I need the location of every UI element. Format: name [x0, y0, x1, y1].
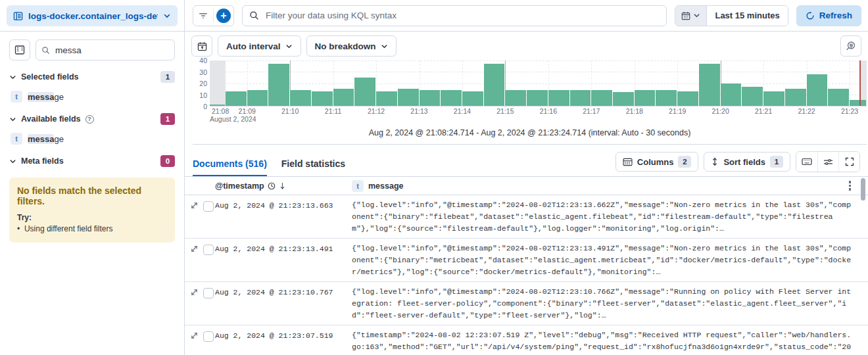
y-axis-tick-label: 40 — [199, 57, 207, 64]
help-icon: ? — [85, 115, 94, 124]
time-range-button[interactable]: Last 15 minutes — [707, 6, 787, 26]
histogram-bar — [441, 90, 462, 106]
field-list-panel-icon — [14, 45, 25, 55]
x-axis-tick-label: 21:12 — [368, 107, 385, 115]
available-fields-accordion[interactable]: Available fields ? 1 — [9, 113, 175, 125]
expand-document-icon[interactable] — [190, 201, 199, 210]
partial-bucket-band — [210, 60, 226, 106]
vertical-scrollbar[interactable] — [861, 178, 865, 201]
field-search: ✕ 0 — [36, 39, 175, 60]
column-header-message[interactable]: t message — [352, 180, 868, 192]
grid-options-kebab-icon[interactable] — [849, 181, 852, 191]
expand-document-icon[interactable] — [190, 331, 199, 340]
x-axis-tick-label: 21:18 — [626, 107, 643, 115]
histogram-bar — [548, 90, 569, 106]
time-quick-select-button[interactable] — [675, 6, 707, 26]
field-search-input[interactable] — [54, 45, 173, 56]
documents-toolbar: Documents (516) Field statistics Columns… — [185, 145, 868, 177]
histogram-x-axis: 21:0821:0921:1021:1121:1221:1321:1421:15… — [210, 106, 867, 115]
histogram-bar — [763, 91, 784, 106]
fullscreen-button[interactable] — [838, 152, 859, 172]
refresh-label: Refresh — [819, 11, 852, 20]
y-axis-tick-label: 20 — [199, 80, 207, 87]
selected-fields-label: Selected fields — [21, 72, 79, 82]
histogram-bar — [807, 74, 828, 106]
field-item-message[interactable]: t message — [11, 133, 175, 145]
filter-icon — [199, 12, 208, 20]
refresh-button[interactable]: Refresh — [796, 5, 861, 26]
histogram-y-axis: 403020100 — [193, 60, 210, 106]
expand-document-icon[interactable] — [190, 245, 199, 253]
histogram-caption: Aug 2, 2024 @ 21:08:24.714 - Aug 2, 2024… — [193, 124, 867, 145]
search-icon — [249, 11, 259, 20]
keyboard-shortcuts-button[interactable] — [796, 152, 817, 172]
selected-fields-count-badge: 1 — [160, 71, 175, 83]
row-controls — [185, 329, 215, 355]
add-filter-button[interactable]: + — [214, 6, 233, 26]
histogram-bar — [333, 89, 354, 106]
columns-button[interactable]: Columns 2 — [615, 152, 699, 172]
interval-select-button[interactable]: Auto interval — [218, 36, 301, 57]
histogram-bar — [677, 91, 698, 106]
column-header-timestamp[interactable]: @timestamp — [185, 181, 352, 191]
main-panel: Auto interval No breakdown 403020100 21:… — [185, 32, 868, 355]
field-item-message[interactable]: t message — [11, 91, 175, 103]
available-fields-count-badge: 1 — [160, 113, 175, 125]
data-view-name: logs-docker.container_logs-def... — [28, 11, 158, 21]
select-document-checkbox[interactable] — [203, 201, 214, 212]
clock-icon — [268, 182, 276, 190]
breakdown-select-button[interactable]: No breakdown — [306, 36, 397, 57]
x-axis-tick-label: 21:20 — [712, 107, 729, 115]
display-options-button[interactable] — [817, 152, 838, 172]
sort-arrows-icon — [711, 157, 719, 166]
timestamp-cell: Aug 2, 2024 @ 21:23:10.767 — [215, 286, 352, 321]
select-document-checkbox[interactable] — [203, 331, 214, 342]
tab-documents[interactable]: Documents (516) — [193, 158, 267, 176]
chart-inspect-button[interactable] — [840, 36, 861, 57]
callout-try-label: Try: — [17, 213, 167, 222]
x-axis-tick-label: 21:15 — [496, 107, 514, 115]
histogram-bar — [613, 92, 634, 106]
edit-histogram-button[interactable] — [191, 36, 212, 57]
collapse-field-list-button[interactable] — [9, 39, 30, 60]
sort-fields-button[interactable]: Sort fields 1 — [704, 152, 790, 172]
calendar-edit-icon — [197, 41, 207, 51]
chevron-down-icon — [693, 12, 700, 19]
callout-title: No fields match the selected filters. — [17, 185, 167, 206]
kql-search-input[interactable] — [264, 10, 660, 21]
sliders-icon — [823, 158, 833, 166]
gridline — [850, 60, 850, 106]
sort-descending-icon[interactable] — [279, 182, 286, 190]
select-document-checkbox[interactable] — [203, 245, 214, 255]
histogram-date-label: August 2, 2024 — [210, 115, 867, 124]
timestamp-column-label: @timestamp — [215, 181, 264, 191]
message-cell: {"timestamp":"2024-08-02 12:23:07.519 Z"… — [352, 329, 868, 355]
text-field-type-icon: t — [352, 180, 364, 192]
expand-document-icon[interactable] — [190, 288, 199, 296]
histogram-bar — [420, 90, 441, 106]
histogram-bar — [591, 90, 612, 106]
columns-count-badge: 2 — [678, 156, 691, 168]
selected-fields-accordion[interactable]: Selected fields 1 — [9, 71, 175, 83]
data-view-icon — [13, 11, 23, 21]
field-item-label: message — [28, 134, 64, 144]
filter-menu-button[interactable] — [193, 6, 213, 26]
field-search-box[interactable]: ✕ — [36, 40, 175, 60]
histogram-bar — [570, 90, 591, 106]
x-axis-tick-label: 21:13 — [410, 107, 427, 115]
filter-controls: + — [193, 5, 234, 26]
tab-field-statistics[interactable]: Field statistics — [281, 158, 345, 176]
fullscreen-icon — [845, 157, 854, 166]
chevron-down-icon — [381, 43, 388, 50]
histogram-bar — [210, 105, 225, 106]
select-document-checkbox[interactable] — [203, 288, 214, 298]
table-header: @timestamp t message — [185, 177, 868, 195]
no-fields-callout: No fields match the selected filters. Tr… — [9, 178, 175, 243]
data-view-picker-button[interactable]: logs-docker.container_logs-def... — [7, 5, 178, 26]
meta-fields-accordion[interactable]: Meta fields 0 — [9, 155, 175, 167]
kql-search-bar[interactable] — [242, 5, 667, 26]
text-field-type-icon: t — [11, 133, 22, 145]
histogram-plot[interactable] — [210, 60, 867, 106]
histogram-bar — [785, 89, 806, 106]
histogram-bar — [312, 91, 333, 106]
